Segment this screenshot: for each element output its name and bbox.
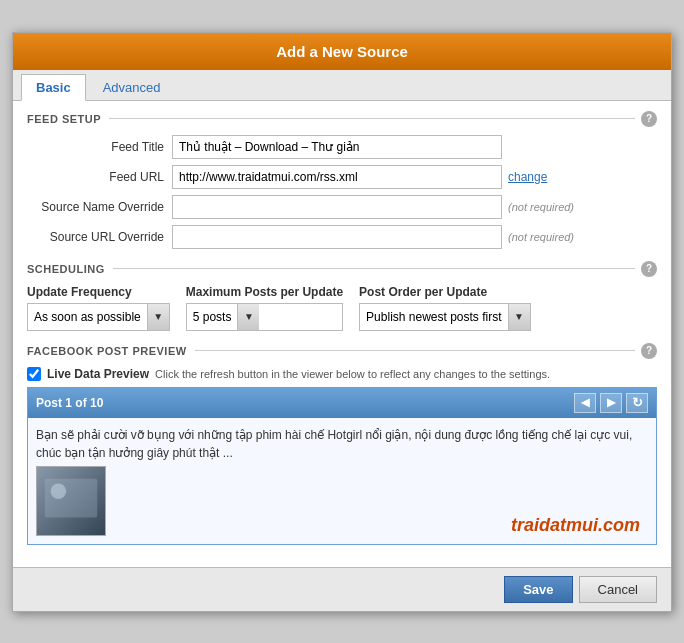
preview-header: FACEBOOK POST PREVIEW ?	[27, 343, 657, 359]
svg-rect-2	[45, 478, 97, 517]
max-posts-dropdown-btn[interactable]: ▼	[237, 304, 259, 330]
preview-bottom-row: traidatmui.com	[36, 466, 648, 536]
update-frequency-value: As soon as possible	[28, 306, 147, 328]
refresh-preview-btn[interactable]: ↻	[626, 393, 648, 413]
tab-advanced[interactable]: Advanced	[88, 74, 176, 100]
section-divider	[109, 118, 635, 119]
live-preview-checkbox-wrap	[27, 367, 41, 381]
preview-box-header: Post 1 of 10 ◀ ▶ ↻	[28, 388, 656, 418]
feed-url-group: change	[172, 165, 547, 189]
post-order-select-wrap[interactable]: Publish newest posts first ▼	[359, 303, 530, 331]
preview-content-area: Bạn sẽ phải cười vỡ bụng với những tập p…	[28, 418, 656, 544]
section-divider-2	[113, 268, 635, 269]
preview-content-main: Bạn sẽ phải cười vỡ bụng với những tập p…	[36, 426, 648, 536]
dialog-footer: Save Cancel	[13, 567, 671, 611]
scheduling-help-icon[interactable]: ?	[641, 261, 657, 277]
preview-box: Post 1 of 10 ◀ ▶ ↻ Bạn sẽ phải cười vỡ b…	[27, 387, 657, 545]
preview-post-text: Bạn sẽ phải cười vỡ bụng với những tập p…	[36, 426, 648, 462]
post-order-col: Post Order per Update Publish newest pos…	[359, 285, 530, 331]
max-posts-label: Maximum Posts per Update	[186, 285, 343, 299]
source-name-label: Source Name Override	[27, 200, 172, 214]
update-frequency-select-wrap[interactable]: As soon as possible ▼	[27, 303, 170, 331]
tab-basic[interactable]: Basic	[21, 74, 86, 101]
feed-title-row: Feed Title	[27, 135, 657, 159]
feed-title-input[interactable]	[172, 135, 502, 159]
add-source-dialog: Add a New Source Basic Advanced FEED SET…	[12, 32, 672, 612]
update-frequency-label: Update Frequency	[27, 285, 170, 299]
feed-title-label: Feed Title	[27, 140, 172, 154]
section-divider-3	[195, 350, 635, 351]
source-name-row: Source Name Override (not required)	[27, 195, 657, 219]
cancel-button[interactable]: Cancel	[579, 576, 657, 603]
source-url-hint: (not required)	[508, 231, 574, 243]
tab-bar: Basic Advanced	[13, 70, 671, 101]
svg-point-3	[51, 483, 67, 499]
feed-url-label: Feed URL	[27, 170, 172, 184]
live-data-label: Live Data Preview	[47, 367, 149, 381]
change-url-link[interactable]: change	[508, 170, 547, 184]
feed-setup-section: FEED SETUP ? Feed Title Feed URL change …	[27, 111, 657, 249]
scheduling-grid: Update Frequency As soon as possible ▼ M…	[27, 285, 657, 331]
source-url-input[interactable]	[172, 225, 502, 249]
scheduling-header: SCHEDULING ?	[27, 261, 657, 277]
source-url-label: Source URL Override	[27, 230, 172, 244]
dialog-body: FEED SETUP ? Feed Title Feed URL change …	[13, 101, 671, 567]
max-posts-value: 5 posts	[187, 306, 238, 328]
update-frequency-dropdown-btn[interactable]: ▼	[147, 304, 169, 330]
preview-section: FACEBOOK POST PREVIEW ? Live Data Previe…	[27, 343, 657, 545]
live-data-desc: Click the refresh button in the viewer b…	[155, 368, 550, 380]
scheduling-title: SCHEDULING	[27, 263, 105, 275]
preview-brand-text: traidatmui.com	[106, 515, 648, 536]
live-preview-checkbox[interactable]	[27, 367, 41, 381]
update-frequency-col: Update Frequency As soon as possible ▼	[27, 285, 170, 331]
feed-setup-title: FEED SETUP	[27, 113, 101, 125]
feed-url-input[interactable]	[172, 165, 502, 189]
post-order-value: Publish newest posts first	[360, 306, 507, 328]
feed-setup-header: FEED SETUP ?	[27, 111, 657, 127]
scheduling-section: SCHEDULING ? Update Frequency As soon as…	[27, 261, 657, 331]
max-posts-col: Maximum Posts per Update 5 posts ▼	[186, 285, 343, 331]
preview-help-icon[interactable]: ?	[641, 343, 657, 359]
next-post-btn[interactable]: ▶	[600, 393, 622, 413]
source-url-row: Source URL Override (not required)	[27, 225, 657, 249]
save-button[interactable]: Save	[504, 576, 572, 603]
feed-url-row: Feed URL change	[27, 165, 657, 189]
source-name-hint: (not required)	[508, 201, 574, 213]
source-name-input[interactable]	[172, 195, 502, 219]
dialog-title: Add a New Source	[13, 33, 671, 70]
live-preview-row: Live Data Preview Click the refresh butt…	[27, 367, 657, 381]
prev-post-btn[interactable]: ◀	[574, 393, 596, 413]
post-counter: Post 1 of 10	[36, 396, 103, 410]
max-posts-select-wrap[interactable]: 5 posts ▼	[186, 303, 343, 331]
feed-setup-help-icon[interactable]: ?	[641, 111, 657, 127]
post-order-dropdown-btn[interactable]: ▼	[508, 304, 530, 330]
preview-navigation: ◀ ▶ ↻	[574, 393, 648, 413]
preview-thumbnail	[36, 466, 106, 536]
post-order-label: Post Order per Update	[359, 285, 530, 299]
preview-title: FACEBOOK POST PREVIEW	[27, 345, 187, 357]
